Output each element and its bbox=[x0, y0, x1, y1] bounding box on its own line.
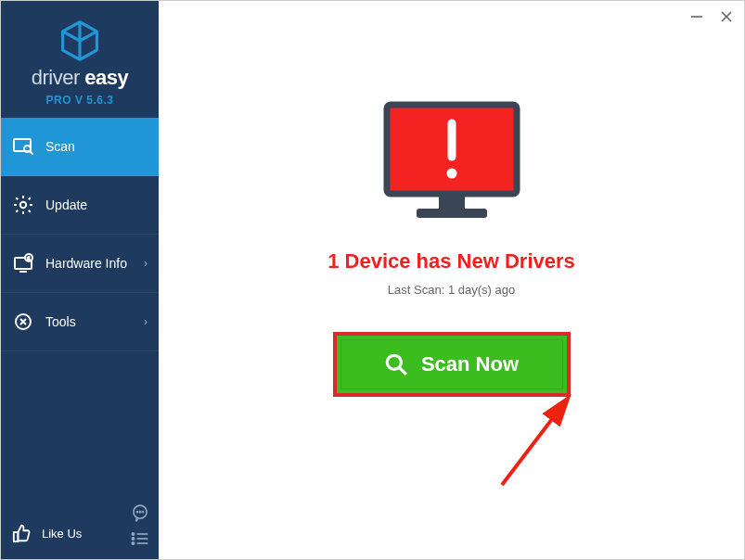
alert-monitor-icon bbox=[383, 101, 520, 223]
sidebar-item-label: Tools bbox=[45, 314, 76, 329]
sidebar-footer: Like Us bbox=[1, 507, 159, 559]
sidebar-item-hardwareinfo[interactable]: 1 Hardware Info › bbox=[1, 235, 159, 293]
svg-rect-25 bbox=[417, 209, 487, 218]
scan-status-headline: 1 Device has New Drivers bbox=[328, 249, 575, 274]
svg-point-12 bbox=[140, 512, 141, 513]
svg-line-2 bbox=[30, 151, 33, 155]
scan-icon bbox=[12, 135, 34, 158]
chat-bubble-icon[interactable] bbox=[131, 503, 149, 522]
scan-now-button[interactable]: Scan Now bbox=[333, 332, 571, 397]
sidebar-item-tools[interactable]: Tools › bbox=[1, 293, 159, 351]
brand-logo-block: driver easy PRO V 5.6.3 bbox=[1, 1, 159, 118]
brand-text-prefix: driver bbox=[32, 66, 85, 89]
search-icon bbox=[384, 352, 408, 376]
brand-cube-icon bbox=[58, 19, 101, 62]
sidebar-item-scan[interactable]: Scan bbox=[1, 118, 159, 176]
close-button[interactable] bbox=[718, 8, 735, 25]
toolbox-icon bbox=[12, 311, 34, 333]
window-controls bbox=[688, 8, 735, 25]
svg-point-13 bbox=[142, 512, 143, 513]
sidebar-item-label: Scan bbox=[45, 139, 75, 154]
svg-point-14 bbox=[132, 533, 134, 535]
chevron-right-icon: › bbox=[144, 257, 148, 270]
svg-point-27 bbox=[446, 169, 456, 179]
minimize-button[interactable] bbox=[688, 8, 705, 25]
svg-rect-24 bbox=[439, 194, 465, 209]
brand-text: driver easy bbox=[32, 66, 129, 90]
monitor-badge-icon: 1 bbox=[12, 252, 34, 274]
sidebar-item-label: Hardware Info bbox=[45, 256, 127, 271]
svg-point-11 bbox=[137, 512, 138, 513]
svg-point-18 bbox=[132, 542, 134, 544]
svg-point-16 bbox=[132, 538, 134, 540]
sidebar: driver easy PRO V 5.6.3 Scan Update bbox=[1, 1, 159, 559]
sidebar-item-update[interactable]: Update bbox=[1, 176, 159, 235]
svg-line-29 bbox=[400, 368, 406, 375]
chevron-right-icon: › bbox=[144, 315, 148, 328]
svg-point-3 bbox=[20, 202, 26, 208]
thumbs-up-icon[interactable] bbox=[12, 523, 32, 543]
gear-icon bbox=[12, 194, 34, 216]
brand-version: PRO V 5.6.3 bbox=[46, 94, 114, 107]
menu-lines-icon[interactable] bbox=[131, 531, 149, 546]
like-us-label[interactable]: Like Us bbox=[42, 527, 82, 541]
app-window: driver easy PRO V 5.6.3 Scan Update bbox=[0, 0, 745, 560]
main-pane: 1 Device has New Drivers Last Scan: 1 da… bbox=[159, 1, 744, 559]
svg-line-30 bbox=[502, 400, 567, 485]
sidebar-nav: Scan Update 1 Hardware Info › bbox=[1, 118, 159, 351]
last-scan-text: Last Scan: 1 day(s) ago bbox=[388, 283, 515, 297]
brand-text-bold: easy bbox=[84, 66, 128, 89]
svg-point-28 bbox=[387, 355, 401, 369]
sidebar-item-label: Update bbox=[45, 197, 87, 212]
annotation-arrow-icon bbox=[495, 388, 587, 490]
scan-now-label: Scan Now bbox=[421, 352, 519, 376]
svg-rect-9 bbox=[14, 532, 19, 541]
